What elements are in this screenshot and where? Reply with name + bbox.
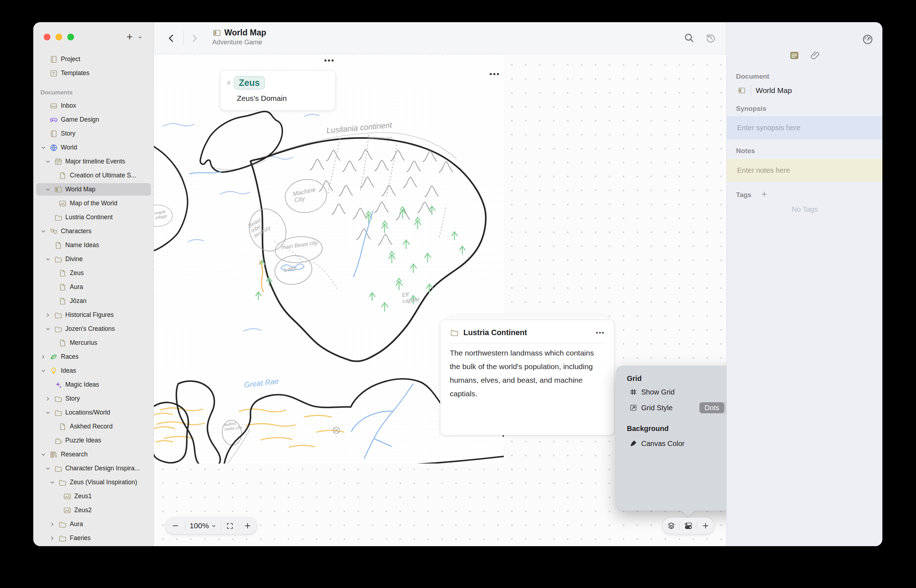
sidebar-item-locations-world[interactable]: Locations/World bbox=[33, 405, 154, 420]
sidebar-item-askhed-record[interactable]: Askhed Record bbox=[33, 420, 154, 433]
chevron-down-icon[interactable] bbox=[45, 466, 54, 472]
zoom-level-dropdown[interactable]: 100% bbox=[185, 517, 221, 534]
page-title: World Map bbox=[224, 28, 266, 37]
sidebar-item-mercurius[interactable]: Mercurius bbox=[33, 336, 154, 350]
inspector-panel: Document World Map Synopsis Enter synops… bbox=[727, 22, 882, 546]
sidebar-item-aura[interactable]: Aura bbox=[33, 280, 154, 294]
puzzle-icon bbox=[54, 436, 63, 445]
sidebar-item-map-of-the-world[interactable]: Map of the World bbox=[33, 196, 154, 210]
chevron-right-icon[interactable] bbox=[45, 396, 54, 402]
chevron-down-icon[interactable] bbox=[45, 257, 54, 262]
folder-icon bbox=[54, 213, 63, 222]
sidebar-item-divine[interactable]: Divine bbox=[33, 252, 154, 266]
lustria-continent-card[interactable]: Lustria Continent ••• The northwestern l… bbox=[440, 320, 614, 435]
forward-button[interactable] bbox=[189, 32, 200, 46]
sidebar-item-story[interactable]: Story bbox=[33, 127, 154, 141]
sidebar-item-world[interactable]: World bbox=[33, 141, 154, 155]
sidebar-item-story[interactable]: Story bbox=[33, 392, 154, 405]
sidebar-item-creation-of-ultimate-s[interactable]: Creation of Ultimate S... bbox=[33, 168, 154, 183]
sidebar-item-lustria-continent[interactable]: Lustria Continent bbox=[33, 210, 154, 224]
sidebar-item-jozen-s-creations[interactable]: Jozen's Creations bbox=[33, 322, 154, 336]
card-menu-button[interactable]: ••• bbox=[596, 329, 605, 336]
grid-settings-popover: Grid Show Grid ✓ Grid Style Dots Lines B… bbox=[616, 366, 727, 511]
sidebar-item-project[interactable]: Project bbox=[33, 52, 154, 66]
chevron-down-icon[interactable] bbox=[45, 159, 54, 165]
sidebar-item-zeus-visual-inspiration[interactable]: Zeus (Visual Inspiration) bbox=[33, 475, 154, 489]
zeus-card-body: Zeus's Domain bbox=[237, 94, 329, 103]
sidebar-item-label: Aura bbox=[70, 520, 87, 528]
canvas-area[interactable]: Lusitania continentType to enter textMac… bbox=[154, 54, 727, 546]
sidebar-item-zeus2[interactable]: Zeus2 bbox=[33, 503, 154, 517]
template-icon bbox=[49, 69, 58, 78]
search-icon[interactable] bbox=[683, 32, 695, 45]
chevron-right-icon[interactable] bbox=[45, 312, 54, 318]
sidebar-item-label: Map of the World bbox=[70, 200, 121, 207]
synopsis-input[interactable]: Enter synopsis here bbox=[727, 116, 882, 139]
canvas-settings-toggles-icon[interactable] bbox=[680, 517, 697, 534]
tab-attachments-paperclip-icon[interactable] bbox=[810, 50, 821, 61]
sidebar-item-label: Faeries bbox=[70, 534, 94, 542]
sidebar-item-j-zan[interactable]: Jōzan bbox=[33, 294, 154, 308]
sidebar-item-label: Creation of Ultimate S... bbox=[70, 172, 140, 179]
folder-icon bbox=[54, 255, 63, 263]
sidebar-item-inbox[interactable]: Inbox bbox=[33, 99, 154, 113]
divider bbox=[183, 31, 184, 45]
sidebar-item-name-ideas[interactable]: Name Ideas bbox=[33, 238, 154, 252]
sidebar-item-aura[interactable]: Aura bbox=[33, 517, 154, 531]
sidebar-item-game-design[interactable]: Game Design bbox=[33, 113, 154, 127]
zoom-out-button[interactable] bbox=[166, 517, 185, 534]
chevron-down-icon[interactable] bbox=[40, 452, 49, 457]
chevron-down-icon[interactable] bbox=[40, 229, 49, 234]
history-icon[interactable] bbox=[705, 32, 716, 45]
sidebar-item-label: Zeus bbox=[70, 269, 87, 277]
sidebar-item-major-timeline-events[interactable]: Major timeline Events bbox=[33, 155, 154, 168]
sidebar-item-historical-figures[interactable]: Historical Figures bbox=[33, 308, 154, 322]
chevron-down-icon[interactable] bbox=[49, 480, 58, 485]
chevron-down-icon[interactable] bbox=[45, 326, 54, 332]
sidebar-item-label: Historical Figures bbox=[65, 311, 117, 319]
sidebar-item-zeus[interactable]: Zeus bbox=[33, 266, 154, 280]
zeus-card-menu[interactable]: ••• bbox=[324, 57, 335, 65]
layers-icon[interactable] bbox=[663, 517, 680, 534]
chevron-right-icon[interactable] bbox=[49, 535, 58, 541]
fit-to-screen-button[interactable] bbox=[221, 517, 238, 534]
zeus-tag-pill[interactable]: Zeus bbox=[234, 76, 265, 89]
zoom-in-button[interactable] bbox=[239, 517, 257, 534]
globe-icon bbox=[49, 144, 58, 152]
gauge-icon[interactable] bbox=[862, 33, 874, 47]
sidebar-item-puzzle-ideas[interactable]: Puzzle Ideas bbox=[33, 433, 154, 447]
chevron-down-icon[interactable] bbox=[40, 145, 49, 150]
sidebar-item-zeus1[interactable]: Zeus1 bbox=[33, 489, 154, 503]
add-tag-button[interactable] bbox=[761, 191, 768, 199]
chevron-down-icon[interactable] bbox=[40, 368, 49, 374]
tab-synopsis-note-icon[interactable] bbox=[789, 50, 800, 61]
notes-input[interactable]: Enter notes here bbox=[727, 159, 882, 182]
canvas-document-icon bbox=[212, 28, 222, 37]
chevron-right-icon[interactable] bbox=[40, 354, 49, 360]
add-object-button[interactable] bbox=[697, 517, 714, 534]
sidebar-item-label: Game Design bbox=[61, 116, 103, 123]
sidebar-item-label: Mercurius bbox=[70, 339, 101, 347]
document-row[interactable]: World Map bbox=[738, 85, 792, 96]
image-icon bbox=[63, 492, 71, 501]
sidebar-item-faeries[interactable]: Faeries bbox=[33, 531, 154, 545]
grid-style-dots-option[interactable]: Dots bbox=[699, 402, 724, 413]
sidebar-item-characters[interactable]: Characters bbox=[33, 224, 154, 238]
zeus-card[interactable]: #Zeus Zeus's Domain bbox=[220, 70, 336, 110]
grid-style-lines-option[interactable]: Lines bbox=[724, 402, 727, 413]
chevron-down-icon[interactable] bbox=[45, 410, 54, 415]
chevron-right-icon[interactable] bbox=[49, 522, 58, 527]
back-button[interactable] bbox=[166, 32, 177, 46]
sidebar-item-templates[interactable]: Templates bbox=[33, 66, 154, 80]
document-section-label: Document bbox=[736, 73, 769, 81]
sidebar-item-label: Story bbox=[61, 130, 79, 137]
sidebar-item-world-map[interactable]: World Map bbox=[33, 183, 154, 196]
map-object-menu[interactable]: ••• bbox=[489, 70, 500, 78]
sidebar-item-research[interactable]: Research bbox=[33, 447, 154, 461]
sidebar-item-races[interactable]: Races bbox=[33, 350, 154, 364]
sidebar-item-ideas[interactable]: Ideas bbox=[33, 364, 154, 378]
chevron-down-icon[interactable] bbox=[45, 187, 54, 192]
sidebar-item-character-design-inspira[interactable]: Character Design Inspira... bbox=[33, 461, 154, 475]
sidebar-item-magic-ideas[interactable]: Magic Ideas bbox=[33, 378, 154, 392]
sidebar-item-label: Major timeline Events bbox=[65, 158, 129, 165]
